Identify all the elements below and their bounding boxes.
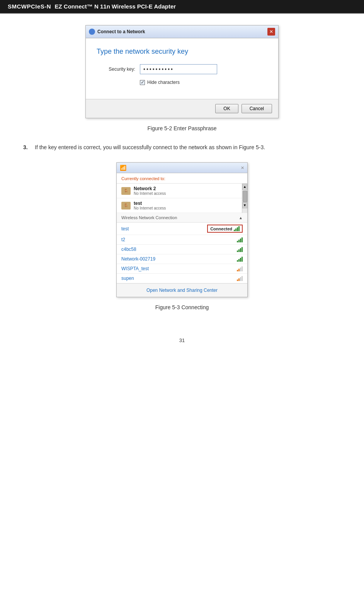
test-status: No Internet access — [134, 206, 237, 210]
list-item[interactable]: c4bc58 — [117, 245, 247, 254]
ok-button[interactable]: OK — [215, 104, 238, 113]
np-wifi-section-header: Wireless Network Connection ▲ — [117, 213, 247, 223]
bar3 — [240, 248, 241, 252]
list-item[interactable]: Network-002719 — [117, 254, 247, 264]
bar1 — [237, 241, 238, 242]
bar4 — [242, 247, 243, 252]
scroll-thumb[interactable] — [243, 191, 247, 202]
dialog-footer: OK Cancel — [86, 99, 278, 118]
dialog-body: Type the network security key Security k… — [86, 38, 278, 99]
security-key-input[interactable] — [140, 64, 217, 74]
open-network-center-link[interactable]: Open Network and Sharing Center — [146, 288, 218, 293]
bar4 — [238, 226, 240, 231]
brand-text: SMCWPCIeS-N — [8, 3, 51, 10]
signal-icon — [234, 226, 240, 231]
hide-characters-checkbox[interactable]: ✓ — [140, 80, 145, 85]
bar1 — [237, 279, 238, 281]
np-currently-label: Currently connected to: — [117, 173, 247, 184]
dialog-titlebar: Connect to a Network ✕ — [86, 26, 278, 38]
dialog-heading: Type the network security key — [97, 48, 267, 56]
list-item[interactable]: t2 — [117, 235, 247, 245]
security-key-label: Security key: — [97, 66, 135, 72]
bar3 — [240, 267, 241, 271]
security-key-row: Security key: — [97, 64, 267, 74]
cancel-button[interactable]: Cancel — [242, 104, 272, 113]
np-connected-section: 🪑 Network 2 No Internet access 🪑 test No… — [117, 184, 247, 213]
dialog-titlebar-left: Connect to a Network — [89, 29, 145, 35]
dialog-title-text: Connect to a Network — [97, 29, 145, 34]
figure1-caption: Figure 5-2 Enter Passphrase — [148, 125, 217, 131]
figure2-panel: 📶 ✕ Currently connected to: 🪑 Network 2 … — [116, 162, 248, 297]
network2-name: Network 2 — [134, 186, 237, 191]
wifi-item-name: WISPTA_test — [121, 266, 235, 271]
signal-icon — [237, 257, 243, 262]
page-number: 31 — [179, 337, 185, 343]
bar3 — [240, 277, 241, 281]
signal-icon — [237, 237, 243, 242]
figure2-caption: Figure 5-3 Connecting — [155, 304, 209, 310]
bar2 — [238, 278, 240, 281]
test-info: test No Internet access — [134, 201, 237, 210]
bar1 — [237, 270, 238, 271]
bar2 — [238, 240, 240, 242]
bar1 — [237, 250, 238, 252]
test-name: test — [134, 201, 237, 206]
np-connected-list: 🪑 Network 2 No Internet access 🪑 test No… — [117, 184, 242, 213]
bar4 — [242, 276, 243, 281]
network2-info: Network 2 No Internet access — [134, 186, 237, 196]
bar2 — [238, 249, 240, 252]
scroll-down-button[interactable]: ▼ — [242, 202, 247, 208]
bar2 — [238, 259, 240, 262]
hide-characters-row: ✓ Hide characters — [140, 80, 267, 85]
figure1-dialog: Connect to a Network ✕ Type the network … — [85, 25, 279, 118]
wifi-item-name: c4bc58 — [121, 247, 235, 252]
bar4 — [242, 237, 243, 242]
bar3 — [237, 227, 238, 231]
np-scrollbar[interactable]: ▲ ▼ — [242, 184, 247, 213]
np-close-icon[interactable]: ✕ — [241, 165, 244, 170]
hide-characters-label: Hide characters — [147, 80, 180, 85]
step3-description: If the key entered is correct, you will … — [35, 143, 265, 152]
list-item[interactable]: supen — [117, 274, 247, 283]
page-title: EZ Connect™ N 11n Wireless PCI-E Adapter — [55, 3, 176, 10]
test-icon: 🪑 — [121, 202, 131, 210]
page-header: SMCWPCIeS-N EZ Connect™ N 11n Wireless P… — [0, 0, 364, 14]
step3-number: 3. — [23, 143, 31, 152]
np-header: 📶 ✕ — [117, 163, 247, 173]
np-footer: Open Network and Sharing Center — [117, 283, 247, 297]
title-text: EZ Connect™ N 11n Wireless PCI-E Adapter — [55, 3, 176, 10]
chevron-up-icon: ▲ — [239, 216, 243, 220]
brand-name: SMCWPCIeS-N — [8, 3, 55, 10]
network2-status: No Internet access — [134, 191, 237, 196]
list-item[interactable]: test Connected — [117, 223, 247, 235]
wifi-item-name: Network-002719 — [121, 256, 235, 262]
dialog-close-button[interactable]: ✕ — [267, 28, 275, 36]
bar4 — [242, 257, 243, 262]
bar1 — [237, 260, 238, 262]
np-section-label: Wireless Network Connection — [121, 215, 177, 220]
bar3 — [240, 258, 241, 262]
bar2 — [238, 269, 240, 271]
bar4 — [242, 266, 243, 271]
list-item: 🪑 test No Internet access — [117, 198, 242, 213]
bar1 — [234, 230, 235, 231]
bar2 — [235, 228, 236, 231]
connected-badge: Connected — [207, 225, 243, 233]
connected-label: Connected — [210, 227, 232, 231]
wifi-item-name: test — [121, 226, 206, 232]
np-wifi-icon: 📶 — [120, 165, 126, 171]
list-item[interactable]: WISPTA_test — [117, 264, 247, 274]
network2-icon: 🪑 — [121, 187, 131, 195]
page-content: Connect to a Network ✕ Type the network … — [0, 14, 364, 355]
np-body: Currently connected to: 🪑 Network 2 No I… — [117, 173, 247, 297]
bar3 — [240, 238, 241, 242]
dialog-icon — [89, 29, 95, 35]
signal-icon — [237, 247, 243, 252]
signal-icon — [237, 276, 243, 281]
scroll-up-button[interactable]: ▲ — [242, 184, 247, 190]
list-item: 🪑 Network 2 No Internet access — [117, 184, 242, 198]
signal-icon — [237, 266, 243, 271]
step3-text: 3. If the key entered is correct, you wi… — [23, 143, 341, 152]
wifi-item-name: t2 — [121, 237, 235, 242]
wifi-item-name: supen — [121, 276, 235, 281]
